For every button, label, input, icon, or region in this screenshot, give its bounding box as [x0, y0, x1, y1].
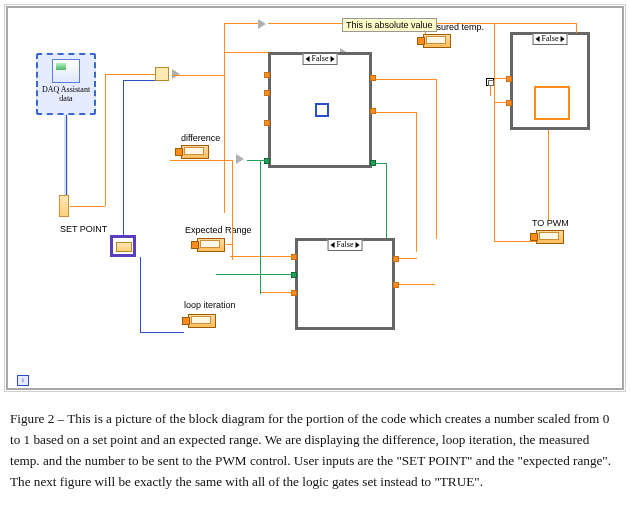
wire [105, 74, 106, 206]
tunnel [264, 120, 270, 126]
wire [232, 160, 233, 260]
daq-assistant-express-vi[interactable]: DAQ Assistant data [36, 53, 96, 115]
wire-thick [64, 115, 68, 198]
case-structure-1[interactable]: False [268, 52, 372, 168]
case3-inner-frame [534, 86, 570, 120]
case-value-1: False [312, 54, 329, 64]
to-pwm-indicator[interactable] [536, 230, 566, 248]
wire [140, 257, 141, 332]
tooltip-abs-value: This is absolute value [342, 18, 437, 32]
wire [140, 332, 184, 333]
inner-node[interactable] [315, 103, 329, 117]
wire [247, 160, 265, 161]
wire [399, 258, 417, 259]
case-value-2: False [337, 240, 354, 250]
to-pwm-label: TO PWM [532, 218, 569, 228]
case-selector-1[interactable]: False [303, 53, 338, 65]
daq-assistant-icon [52, 59, 80, 83]
wire [494, 102, 508, 103]
tunnel [291, 272, 297, 278]
wire [548, 130, 549, 220]
wire [494, 23, 495, 241]
wire [260, 160, 261, 294]
wire [416, 112, 417, 252]
wire [399, 284, 435, 285]
wire [105, 74, 155, 75]
chevron-left-icon[interactable] [306, 56, 310, 62]
expected-range-label: Expected Range [185, 225, 252, 235]
measured-temp-indicator[interactable] [423, 34, 453, 52]
boolean-constant[interactable] [486, 78, 494, 86]
chevron-right-icon[interactable] [330, 56, 334, 62]
arrow-icon [172, 69, 180, 79]
difference-label: difference [181, 133, 220, 143]
wire [436, 79, 437, 239]
wire [376, 79, 436, 80]
daq-label-1: DAQ Assistant [38, 85, 94, 94]
daq-label-2: data [38, 94, 94, 103]
tunnel [291, 254, 297, 260]
tunnel [370, 108, 376, 114]
wire [216, 274, 292, 275]
set-point-control[interactable] [110, 235, 136, 257]
loop-iteration-terminal[interactable]: i [17, 375, 29, 386]
set-point-label: SET POINT [60, 224, 107, 234]
tunnel [264, 158, 270, 164]
figure-caption: Figure 2 – This is a picture of the bloc… [0, 400, 630, 499]
wire [123, 80, 124, 235]
dynamic-data-convert[interactable] [59, 195, 69, 217]
loop-iteration-label: loop iteration [184, 300, 236, 310]
chevron-right-icon[interactable] [355, 242, 359, 248]
wire [376, 112, 416, 113]
wire [494, 78, 508, 79]
case-selector-3[interactable]: False [533, 33, 568, 45]
chevron-right-icon[interactable] [560, 36, 564, 42]
wire [224, 23, 258, 24]
tunnel [393, 256, 399, 262]
case-value-3: False [542, 34, 559, 44]
difference-indicator[interactable] [181, 145, 211, 163]
wire [260, 292, 292, 293]
wire [70, 206, 105, 207]
wire [123, 80, 155, 81]
chevron-left-icon[interactable] [536, 36, 540, 42]
case-structure-2[interactable]: False [295, 238, 395, 330]
tunnel [370, 75, 376, 81]
tunnel [291, 290, 297, 296]
wire [230, 256, 292, 257]
subtract-node[interactable] [155, 67, 169, 81]
tunnel [506, 76, 512, 82]
wire [376, 163, 386, 164]
arrow-icon [236, 154, 244, 164]
chevron-left-icon[interactable] [331, 242, 335, 248]
tunnel [264, 90, 270, 96]
block-diagram-canvas: i DAQ Assistant data difference Measured… [0, 0, 630, 400]
expected-range-control[interactable] [197, 238, 227, 256]
tunnel [506, 100, 512, 106]
wire [576, 23, 577, 33]
arrow-icon [258, 19, 266, 29]
tunnel [264, 72, 270, 78]
wire [172, 75, 224, 76]
wire [490, 86, 491, 96]
case-selector-2[interactable]: False [328, 239, 363, 251]
tunnel [393, 282, 399, 288]
loop-iteration-indicator[interactable] [188, 314, 218, 332]
